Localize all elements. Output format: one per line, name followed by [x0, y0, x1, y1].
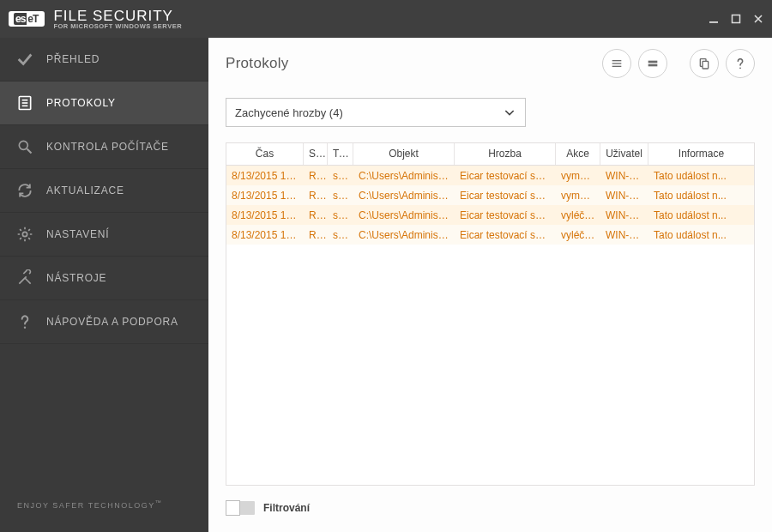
sidebar-item-label: PROTOKOLY — [46, 97, 116, 109]
filter-toggle[interactable] — [226, 501, 255, 515]
sidebar-item-label: AKTUALIZACE — [46, 184, 124, 196]
col-info[interactable]: Informace — [648, 143, 754, 165]
eset-logo: eseT — [9, 11, 45, 27]
cell: Tato událost n... — [648, 227, 754, 244]
col-time[interactable]: Čas — [226, 143, 304, 165]
search-icon — [15, 137, 34, 156]
cell: Tato událost n... — [648, 187, 754, 204]
cell: vyléčen s... — [556, 227, 600, 244]
svg-rect-0 — [709, 21, 718, 23]
svg-point-8 — [22, 232, 27, 236]
svg-point-6 — [19, 141, 27, 149]
cell: WIN-VSE... — [600, 207, 648, 224]
log-type-dropdown[interactable]: Zachycené hrozby (4) — [226, 98, 526, 127]
col-user[interactable]: Uživatel — [600, 143, 648, 165]
maximize-button[interactable] — [731, 14, 741, 24]
log-table: Čas Sk... Ty... Objekt Hrozba Akce Uživa… — [226, 142, 755, 486]
check-icon — [15, 50, 34, 69]
sidebar-item-label: NÁPOVĚDA A PODPORA — [46, 316, 178, 328]
cell: Rez... — [304, 227, 328, 244]
app-subtitle: FOR MICROSOFT WINDOWS SERVER — [53, 23, 182, 30]
list-icon — [15, 94, 34, 112]
refresh-icon — [15, 181, 34, 200]
cell: WIN-VSE... — [600, 227, 648, 244]
col-object[interactable]: Objekt — [353, 143, 455, 165]
sidebar: PŘEHLED PROTOKOLY KONTROLA POČÍTAČE — [0, 38, 208, 532]
cell: WIN-VSE... — [600, 187, 648, 204]
table-row[interactable]: 8/13/2015 11:1...Rez...so...C:\Users\Adm… — [226, 205, 754, 225]
page-title: Protokoly — [226, 55, 602, 72]
chevron-down-icon — [503, 106, 516, 119]
sidebar-item-label: NASTAVENÍ — [46, 228, 109, 240]
sidebar-item-label: KONTROLA POČÍTAČE — [46, 141, 169, 153]
sidebar-item-help[interactable]: NÁPOVĚDA A PODPORA — [0, 300, 208, 344]
svg-point-17 — [739, 67, 741, 69]
help-button[interactable] — [726, 49, 755, 78]
cell: vymazán... — [556, 167, 600, 184]
question-icon — [15, 312, 34, 331]
dropdown-value: Zachycené hrozby (4) — [235, 106, 343, 119]
cell: vymazán... — [556, 187, 600, 204]
svg-line-7 — [27, 149, 32, 154]
sidebar-item-label: NÁSTROJE — [46, 272, 106, 284]
cell: Rez... — [304, 207, 328, 224]
table-body: 8/13/2015 11:1...Rez...so...C:\Users\Adm… — [226, 166, 754, 485]
filter-label: Filtrování — [263, 502, 310, 514]
svg-point-9 — [24, 327, 26, 329]
cell: so... — [328, 207, 353, 224]
table-header: Čas Sk... Ty... Objekt Hrozba Akce Uživa… — [226, 143, 754, 166]
table-row[interactable]: 8/13/2015 11:1...Rez...so...C:\Users\Adm… — [226, 185, 754, 205]
title-bar: eseT FILE SECURITY FOR MICROSOFT WINDOWS… — [0, 0, 772, 38]
sidebar-item-tools[interactable]: NÁSTROJE — [0, 257, 208, 300]
cell: C:\Users\Administra... — [353, 167, 455, 184]
app-title: FILE SECURITY — [53, 9, 182, 23]
cell: Eicar testovací soubor — [455, 187, 556, 204]
sidebar-item-logs[interactable]: PROTOKOLY — [0, 82, 208, 125]
cell: Tato událost n... — [648, 207, 754, 224]
sidebar-item-settings[interactable]: NASTAVENÍ — [0, 213, 208, 257]
minimize-button[interactable] — [709, 14, 719, 24]
cell: 8/13/2015 11:1... — [226, 187, 304, 204]
view-compact-button[interactable] — [638, 49, 667, 78]
cell: 8/13/2015 11:1... — [226, 227, 304, 244]
cell: C:\Users\Administra... — [353, 207, 455, 224]
cell: Eicar testovací soubor — [455, 227, 556, 244]
sidebar-item-scan[interactable]: KONTROLA POČÍTAČE — [0, 125, 208, 169]
col-threat[interactable]: Hrozba — [455, 143, 556, 165]
table-row[interactable]: 8/13/2015 11:1...Rez...so...C:\Users\Adm… — [226, 225, 754, 245]
sidebar-footer: ENJOY SAFER TECHNOLOGY™ — [0, 477, 208, 532]
cell: 8/13/2015 11:1... — [226, 167, 304, 184]
cell: Rez... — [304, 187, 328, 204]
cell: C:\Users\Administra... — [353, 187, 455, 204]
svg-rect-16 — [703, 61, 709, 69]
cell: WIN-VSE... — [600, 167, 648, 184]
cell: so... — [328, 187, 353, 204]
col-type[interactable]: Ty... — [328, 143, 353, 165]
cell: Rez... — [304, 167, 328, 184]
cell: 8/13/2015 11:1... — [226, 207, 304, 224]
sidebar-item-update[interactable]: AKTUALIZACE — [0, 169, 208, 213]
cell: Eicar testovací soubor — [455, 167, 556, 184]
tools-icon — [15, 269, 34, 287]
gear-icon — [15, 225, 34, 244]
table-row[interactable]: 8/13/2015 11:1...Rez...so...C:\Users\Adm… — [226, 166, 754, 185]
cell: Tato událost n... — [648, 167, 754, 184]
copy-button[interactable] — [690, 49, 719, 78]
view-list-button[interactable] — [602, 49, 631, 78]
cell: Eicar testovací soubor — [455, 207, 556, 224]
cell: so... — [328, 227, 353, 244]
sidebar-item-label: PŘEHLED — [46, 53, 100, 65]
cell: vyléčen s... — [556, 207, 600, 224]
close-button[interactable] — [753, 14, 763, 24]
sidebar-item-overview[interactable]: PŘEHLED — [0, 38, 208, 82]
svg-rect-1 — [733, 15, 740, 23]
cell: C:\Users\Administra... — [353, 227, 455, 244]
col-scanner[interactable]: Sk... — [304, 143, 328, 165]
cell: so... — [328, 167, 353, 184]
col-action[interactable]: Akce — [556, 143, 600, 165]
